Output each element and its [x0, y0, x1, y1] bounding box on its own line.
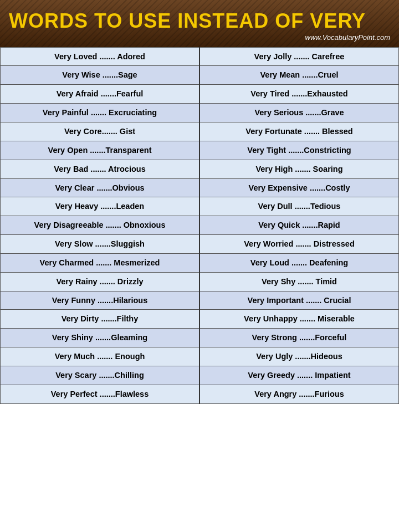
table-row: Very Painful ....... ExcruciatingVery Se…: [1, 104, 399, 122]
table-cell: Very Wise .......Sage: [1, 66, 200, 85]
table-cell: Very Disagreeable ....... Obnoxious: [1, 216, 200, 235]
table-cell: Very Open .......Transparent: [1, 141, 200, 160]
table-row: Very Heavy .......LeadenVery Dull ......…: [1, 197, 399, 216]
table-cell: Very Core....... Gist: [1, 122, 200, 141]
table-cell: Very Shy ....... Timid: [200, 272, 399, 291]
table-row: Very Dirty .......FilthyVery Unhappy ...…: [1, 310, 399, 329]
table-row: Very Loved ....... AdoredVery Jolly ....…: [1, 47, 399, 66]
table-cell: Very Dirty .......Filthy: [1, 310, 200, 329]
vocabulary-table: Very Loved ....... AdoredVery Jolly ....…: [0, 47, 399, 404]
page-title: WORDS TO USE INSTEAD OF VERY: [9, 10, 366, 32]
table-cell: Very Shiny .......Gleaming: [1, 329, 200, 347]
table-row: Very Much ....... EnoughVery Ugly ......…: [1, 347, 399, 366]
table-cell: Very Funny .......Hilarious: [1, 291, 200, 310]
table-cell: Very Ugly .......Hideous: [200, 347, 399, 366]
vocabulary-table-wrapper: Very Loved ....... AdoredVery Jolly ....…: [0, 47, 399, 404]
table-cell: Very Worried ....... Distressed: [200, 235, 399, 254]
table-cell: Very Perfect .......Flawless: [1, 385, 200, 403]
table-cell: Very Unhappy ....... Miserable: [200, 310, 399, 329]
table-cell: Very Tight .......Constricting: [200, 141, 399, 160]
table-cell: Very Charmed ....... Mesmerized: [1, 253, 200, 272]
table-cell: Very Angry .......Furious: [200, 385, 399, 403]
table-row: Very Wise .......SageVery Mean .......Cr…: [1, 66, 399, 85]
table-cell: Very Dull .......Tedious: [200, 197, 399, 216]
table-cell: Very Rainy ....... Drizzly: [1, 272, 200, 291]
table-row: Very Afraid .......FearfulVery Tired ...…: [1, 85, 399, 104]
table-row: Very Disagreeable ....... ObnoxiousVery …: [1, 216, 399, 235]
table-row: Very Charmed ....... MesmerizedVery Loud…: [1, 253, 399, 272]
table-cell: Very Painful ....... Excruciating: [1, 104, 200, 122]
website-url: www.VocabularyPoint.com: [305, 33, 390, 42]
table-cell: Very Bad ....... Atrocious: [1, 160, 200, 178]
table-row: Very Shiny .......GleamingVery Strong ..…: [1, 329, 399, 347]
table-cell: Very High ....... Soaring: [200, 160, 399, 178]
table-row: Very Funny .......HilariousVery Importan…: [1, 291, 399, 310]
table-cell: Very Serious .......Grave: [200, 104, 399, 122]
table-cell: Very Afraid .......Fearful: [1, 85, 200, 104]
table-cell: Very Fortunate ....... Blessed: [200, 122, 399, 141]
table-cell: Very Heavy .......Leaden: [1, 197, 200, 216]
table-row: Very Perfect .......FlawlessVery Angry .…: [1, 385, 399, 403]
title-start: WORDS TO USE: [9, 9, 177, 32]
table-cell: Very Clear .......Obvious: [1, 178, 200, 197]
table-cell: Very Much ....... Enough: [1, 347, 200, 366]
table-cell: Very Jolly ....... Carefree: [200, 47, 399, 66]
table-cell: Very Expensive .......Costly: [200, 178, 399, 197]
table-row: Very Bad ....... AtrociousVery High ....…: [1, 160, 399, 178]
table-row: Very Rainy ....... DrizzlyVery Shy .....…: [1, 272, 399, 291]
table-row: Very Clear .......ObviousVery Expensive …: [1, 178, 399, 197]
table-cell: Very Tired .......Exhausted: [200, 85, 399, 104]
table-cell: Very Loved ....... Adored: [1, 47, 200, 66]
table-cell: Very Quick .......Rapid: [200, 216, 399, 235]
page-header: WORDS TO USE INSTEAD OF VERY www.Vocabul…: [0, 0, 399, 47]
table-row: Very Scary .......ChillingVery Greedy ..…: [1, 366, 399, 385]
table-cell: Very Strong .......Forceful: [200, 329, 399, 347]
table-cell: Very Scary .......Chilling: [1, 366, 200, 385]
table-row: Very Core....... GistVery Fortunate ....…: [1, 122, 399, 141]
table-row: Very Open .......TransparentVery Tight .…: [1, 141, 399, 160]
table-cell: Very Slow .......Sluggish: [1, 235, 200, 254]
table-cell: Very Loud ....... Deafening: [200, 253, 399, 272]
table-row: Very Slow .......SluggishVery Worried ..…: [1, 235, 399, 254]
table-cell: Very Greedy ....... Impatient: [200, 366, 399, 385]
table-cell: Very Mean .......Cruel: [200, 66, 399, 85]
table-cell: Very Important ....... Crucial: [200, 291, 399, 310]
title-highlight: INSTEAD OF VERY: [177, 9, 366, 32]
